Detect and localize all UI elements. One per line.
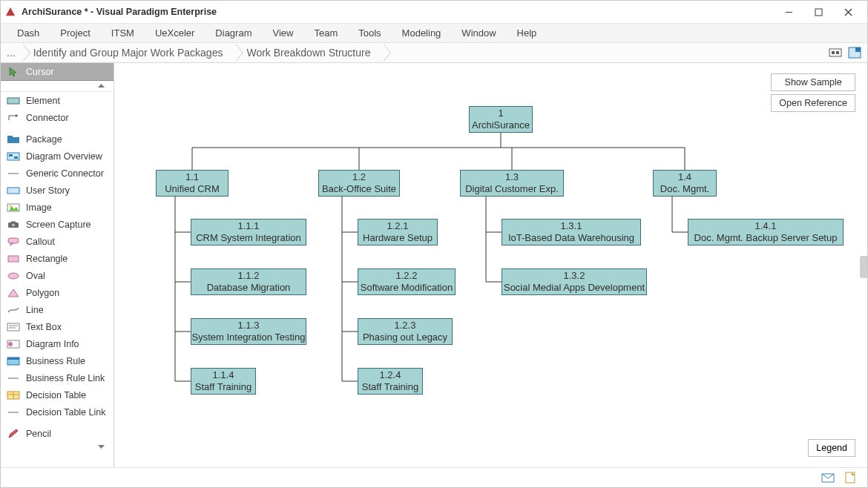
palette-label: Connector	[26, 113, 69, 123]
palette-collapse-bottom[interactable]	[1, 442, 114, 452]
menu-diagram[interactable]: Diagram	[205, 24, 262, 42]
wbs-node-1-1-4[interactable]: 1.1.4Staff Training	[191, 368, 256, 395]
palette-business-rule-link[interactable]: Business Rule Link	[1, 369, 114, 386]
wbs-node-1[interactable]: 1ArchiSurance	[469, 106, 533, 133]
palette-label: Package	[26, 134, 62, 145]
svg-rect-2	[815, 9, 822, 16]
palette-image[interactable]: Image	[1, 199, 114, 216]
menu-dash[interactable]: Dash	[7, 24, 50, 42]
text-box-icon	[7, 322, 20, 332]
palette-line[interactable]: Line	[1, 301, 114, 318]
connector-icon	[7, 113, 20, 123]
palette-label: Business Rule Link	[26, 373, 105, 383]
app-window: ArchiSurance * - Visual Paradigm Enterpr…	[0, 0, 868, 488]
toolbar-export-image-icon[interactable]	[829, 46, 842, 59]
palette-diagram-info[interactable]: Diagram Info	[1, 335, 114, 352]
palette-label: Element	[26, 96, 60, 106]
palette-label: Pencil	[26, 429, 51, 439]
workspace: Cursor Element Connector Package Diagram…	[1, 63, 867, 467]
svg-marker-28	[10, 243, 13, 245]
palette-cursor[interactable]: Cursor	[1, 63, 114, 81]
palette-oval[interactable]: Oval	[1, 267, 114, 284]
menu-modeling[interactable]: Modeling	[392, 24, 452, 42]
menu-tools[interactable]: Tools	[348, 24, 391, 42]
palette-connector[interactable]: Connector	[1, 109, 114, 126]
breadcrumb-root[interactable]: ...	[1, 43, 23, 62]
wbs-node-1-1[interactable]: 1.1Unified CRM	[156, 170, 228, 197]
menu-project[interactable]: Project	[50, 24, 100, 42]
diagram-info-icon	[7, 339, 20, 349]
palette-callout[interactable]: Callout	[1, 233, 114, 250]
note-icon[interactable]	[844, 472, 857, 484]
breadcrumb-parent[interactable]: Identify and Group Major Work Packages	[23, 43, 237, 62]
palette-text-box[interactable]: Text Box	[1, 318, 114, 335]
breadcrumb: ... Identify and Group Major Work Packag…	[1, 43, 867, 63]
rectangle-icon	[7, 254, 20, 264]
breadcrumb-current[interactable]: Work Breakdown Structure	[236, 43, 384, 62]
svg-rect-26	[11, 221, 16, 222]
palette-element[interactable]: Element	[1, 92, 114, 109]
minimize-button[interactable]	[774, 1, 803, 23]
menu-view[interactable]: View	[262, 24, 303, 42]
wbs-node-1-3[interactable]: 1.3Digital Customer Exp.	[460, 170, 564, 197]
svg-rect-18	[14, 156, 18, 159]
menu-team[interactable]: Team	[303, 24, 348, 42]
package-icon	[7, 134, 20, 145]
palette-screen-capture[interactable]: Screen Capture	[1, 216, 114, 233]
window-title: ArchiSurance * - Visual Paradigm Enterpr…	[22, 7, 217, 17]
oval-icon	[7, 271, 20, 281]
tool-palette: Cursor Element Connector Package Diagram…	[1, 63, 114, 467]
toolbar-nav-icon[interactable]	[848, 46, 861, 59]
wbs-node-1-1-3[interactable]: 1.1.3System Integration Testing	[191, 318, 306, 345]
svg-rect-9	[855, 47, 861, 52]
palette-business-rule[interactable]: Business Rule	[1, 352, 114, 369]
mail-icon[interactable]	[821, 472, 835, 484]
wbs-node-1-2-3[interactable]: 1.2.3Phasing out Legacy	[358, 318, 453, 345]
palette-decision-table-link[interactable]: Decision Table Link	[1, 403, 114, 421]
palette-diagram-overview[interactable]: Diagram Overview	[1, 148, 114, 165]
menu-uexceler[interactable]: UeXceler	[145, 24, 205, 42]
palette-collapse-top[interactable]	[1, 81, 114, 92]
svg-rect-14	[7, 137, 19, 143]
palette-decision-table[interactable]: Decision Table	[1, 386, 114, 403]
svg-marker-69	[852, 472, 855, 475]
menu-window[interactable]: Window	[451, 24, 506, 42]
legend-button[interactable]: Legend	[808, 439, 855, 457]
wbs-node-1-3-2[interactable]: 1.3.2Social Medial Apps Development	[502, 268, 647, 295]
wbs-node-1-1-2[interactable]: 1.1.2Database Migration	[191, 268, 306, 295]
app-icon	[5, 7, 16, 17]
palette-rectangle[interactable]: Rectangle	[1, 250, 114, 267]
palette-package[interactable]: Package	[1, 131, 114, 148]
menu-help[interactable]: Help	[507, 24, 548, 42]
wbs-node-1-2[interactable]: 1.2Back-Office Suite	[318, 170, 400, 197]
wbs-node-1-2-2[interactable]: 1.2.2Software Modification	[358, 268, 456, 295]
maximize-button[interactable]	[803, 1, 833, 23]
palette-label: User Story	[26, 185, 70, 196]
wbs-node-1-1-1[interactable]: 1.1.1CRM System Integration	[191, 219, 306, 245]
menu-itsm[interactable]: ITSM	[101, 24, 145, 42]
wbs-node-1-2-1[interactable]: 1.2.1Hardware Setup	[358, 219, 438, 245]
open-reference-button[interactable]: Open Reference	[771, 94, 855, 112]
show-sample-button[interactable]: Show Sample	[771, 73, 855, 91]
vertical-scroll-hint[interactable]	[860, 256, 867, 278]
palette-polygon[interactable]: Polygon	[1, 284, 114, 301]
wbs-node-1-4-1[interactable]: 1.4.1Doc. Mgmt. Backup Server Setup	[688, 219, 844, 245]
palette-pencil[interactable]: Pencil	[1, 425, 114, 442]
close-button[interactable]	[833, 1, 863, 23]
palette-user-story[interactable]: User Story	[1, 182, 114, 199]
cursor-icon	[7, 67, 20, 77]
screen-capture-icon	[7, 220, 20, 230]
svg-rect-38	[7, 357, 19, 360]
svg-marker-44	[9, 429, 18, 438]
svg-marker-11	[98, 84, 105, 88]
polygon-icon	[7, 288, 20, 298]
wbs-node-1-4[interactable]: 1.4Doc. Mgmt.	[653, 170, 717, 197]
svg-marker-10	[10, 67, 16, 76]
diagram-canvas[interactable]: 1ArchiSurance 1.1Unified CRM 1.2Back-Off…	[114, 63, 867, 467]
palette-generic-connector[interactable]: Generic Connector	[1, 165, 114, 182]
palette-label: Oval	[26, 271, 45, 281]
wbs-node-1-3-1[interactable]: 1.3.1IoT-Based Data Warehousing	[502, 219, 641, 245]
palette-label: Rectangle	[26, 254, 68, 264]
diagram-overview-icon	[7, 151, 20, 162]
wbs-node-1-2-4[interactable]: 1.2.4Staff Training	[358, 368, 423, 395]
